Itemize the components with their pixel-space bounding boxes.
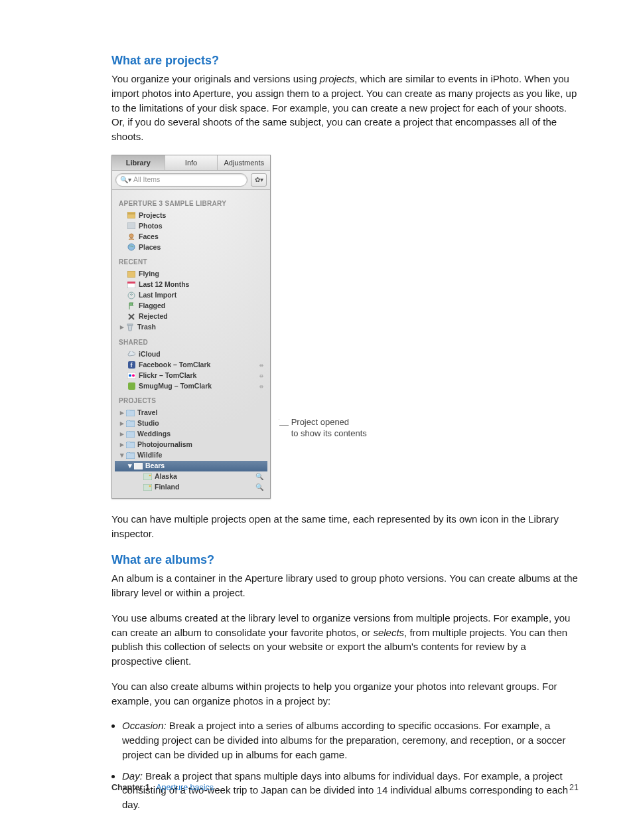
calendar-icon [127, 281, 136, 289]
paragraph: You use albums created at the library le… [111, 611, 579, 669]
svg-rect-5 [127, 271, 135, 278]
disclosure-icon: ▸ [119, 440, 125, 450]
smugmug-icon [127, 382, 136, 390]
svg-rect-19 [143, 484, 152, 491]
item-flagged[interactable]: Flagged [115, 301, 267, 311]
paragraph: You can have multiple projects open at t… [111, 512, 579, 541]
svg-point-3 [129, 234, 133, 238]
item-flickr[interactable]: Flickr – TomClark⏛ [115, 370, 267, 380]
item-projects[interactable]: Projects [115, 210, 267, 220]
search-icon: 🔍▾ [120, 175, 131, 185]
rss-icon: ⏛ [259, 381, 263, 391]
folder-icon [125, 441, 135, 449]
import-icon [127, 292, 136, 299]
search-placeholder: All Items [133, 175, 160, 185]
project-open-icon [133, 462, 143, 470]
library-inspector: Library Info Adjustments 🔍▾ All Items ✿▾… [111, 155, 271, 499]
item-flying[interactable]: Flying [115, 269, 267, 280]
item-photos[interactable]: Photos [115, 220, 267, 231]
folder-icon [125, 430, 135, 438]
item-lastimport[interactable]: Last Import [115, 290, 267, 301]
item-icloud[interactable]: iCloud [115, 349, 267, 359]
tree: APERTURE 3 SAMPLE LIBRARY Projects Photo… [112, 190, 270, 498]
item-trash[interactable]: ▸Trash [115, 322, 267, 333]
faces-icon [127, 232, 136, 240]
section-header-library: APERTURE 3 SAMPLE LIBRARY [115, 194, 267, 210]
tab-adjustments[interactable]: Adjustments [218, 155, 270, 170]
gear-button[interactable]: ✿▾ [251, 173, 267, 187]
disclosure-icon: ▸ [119, 418, 125, 428]
figure-library-inspector: Library Info Adjustments 🔍▾ All Items ✿▾… [111, 155, 579, 499]
photos-icon [127, 222, 136, 230]
disclosure-icon: ▸ [119, 322, 125, 332]
list-item: Occasion: Break a project into a series … [122, 718, 579, 762]
chapter-label: Chapter 1 [111, 783, 150, 792]
item-studio[interactable]: ▸Studio [115, 418, 267, 429]
bullet-list: Occasion: Break a project into a series … [111, 718, 579, 812]
rss-icon: ⏛ [259, 371, 263, 380]
item-bears[interactable]: ▾Bears [115, 461, 267, 471]
tab-bar: Library Info Adjustments [112, 155, 270, 171]
svg-point-4 [128, 244, 135, 250]
album-icon [143, 483, 152, 491]
item-wildlife[interactable]: ▾Wildlife [115, 450, 267, 461]
chapter-title: Aperture basics [156, 783, 214, 792]
flickr-icon [127, 371, 136, 379]
heading-projects: What are projects? [111, 52, 579, 69]
folder-icon [125, 420, 135, 428]
disclosure-down-icon: ▾ [119, 450, 125, 460]
item-photojournalism[interactable]: ▸Photojournalism [115, 440, 267, 450]
item-rejected[interactable]: Rejected [115, 311, 267, 322]
facebook-icon: f [127, 361, 136, 369]
projects-icon [127, 211, 136, 219]
folder-icon [125, 409, 135, 417]
section-header-projects: PROJECTS [115, 391, 267, 408]
page-number: 21 [569, 782, 579, 794]
section-header-shared: SHARED [115, 333, 267, 349]
item-last12[interactable]: Last 12 Months [115, 280, 267, 290]
tab-info[interactable]: Info [165, 155, 218, 170]
item-weddings[interactable]: ▸Weddings [115, 429, 267, 440]
section-header-recent: RECENT [115, 252, 267, 269]
search-icon: 🔍 [255, 472, 263, 482]
svg-rect-17 [143, 473, 152, 480]
paragraph: You organize your originals and versions… [111, 72, 579, 144]
search-icon: 🔍 [255, 483, 263, 493]
heading-albums: What are albums? [111, 551, 579, 568]
folder-icon [125, 452, 135, 460]
item-travel[interactable]: ▸Travel [115, 408, 267, 418]
paragraph: An album is a container in the Aperture … [111, 571, 579, 600]
svg-point-20 [149, 485, 151, 487]
flag-icon [127, 302, 136, 310]
icloud-icon [127, 350, 136, 358]
reject-icon [127, 313, 136, 321]
svg-rect-15 [128, 382, 135, 390]
places-icon [127, 243, 136, 251]
disclosure-down-icon: ▾ [127, 461, 133, 471]
item-faces[interactable]: Faces [115, 231, 267, 242]
rss-icon: ⏛ [259, 360, 263, 370]
gear-icon: ✿▾ [255, 175, 263, 185]
item-finland[interactable]: Finland🔍 [115, 482, 267, 493]
item-facebook[interactable]: fFacebook – TomClark⏛ [115, 359, 267, 370]
svg-point-13 [129, 374, 131, 377]
callout: Project openedto show its contents [279, 419, 367, 420]
album-icon [143, 473, 152, 481]
disclosure-icon: ▸ [119, 408, 125, 418]
svg-rect-0 [127, 212, 135, 218]
search-input[interactable]: 🔍▾ All Items [115, 173, 247, 187]
item-smugmug[interactable]: SmugMug – TomClark⏛ [115, 380, 267, 391]
svg-rect-16 [134, 463, 143, 469]
item-places[interactable]: Places [115, 242, 267, 252]
paragraph: You can also create albums within projec… [111, 679, 579, 709]
svg-rect-12 [127, 373, 136, 378]
disclosure-icon: ▸ [119, 429, 125, 439]
tab-library[interactable]: Library [112, 155, 165, 170]
page: What are projects? You organize your ori… [0, 0, 633, 840]
svg-rect-2 [127, 222, 135, 229]
item-alaska[interactable]: Alaska🔍 [115, 471, 267, 482]
trash-icon [125, 323, 135, 331]
search-bar: 🔍▾ All Items ✿▾ [112, 171, 270, 190]
footer: Chapter 1 Aperture basics 21 [111, 782, 579, 794]
svg-rect-7 [127, 282, 135, 284]
